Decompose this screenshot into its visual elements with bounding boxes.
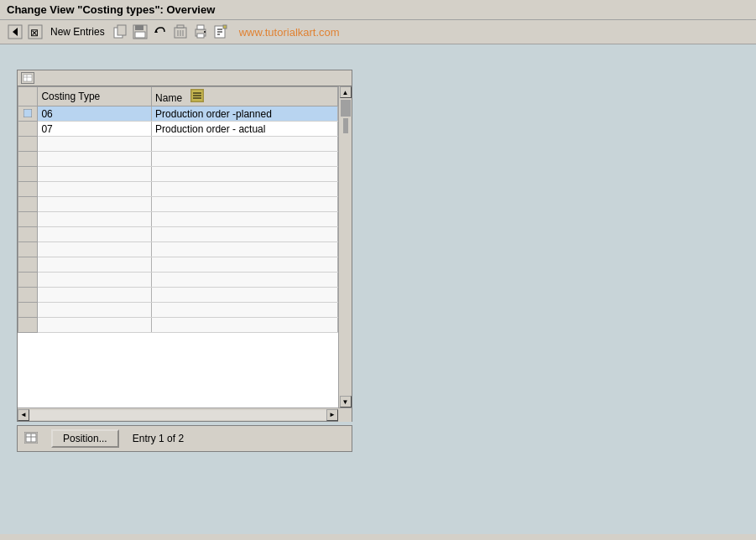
save-icon[interactable]: [132, 23, 149, 40]
name-cell[interactable]: [152, 152, 338, 167]
back-icon[interactable]: [7, 23, 23, 40]
bottom-bar: Position... Entry 1 of 2: [17, 425, 352, 452]
costing-type-cell[interactable]: [38, 257, 152, 273]
table-row[interactable]: [18, 212, 338, 227]
table-scroll-area: Costing Type Name: [18, 86, 352, 408]
row-selector[interactable]: [18, 242, 38, 257]
costing-type-cell[interactable]: [38, 137, 152, 152]
svg-rect-17: [197, 34, 204, 38]
costing-type-cell[interactable]: [38, 288, 152, 303]
costing-type-cell[interactable]: [38, 242, 152, 257]
find-icon[interactable]: [212, 23, 229, 40]
table-row[interactable]: [18, 182, 338, 197]
table-row[interactable]: [18, 303, 338, 318]
costing-type-cell[interactable]: 06: [38, 106, 152, 122]
name-cell[interactable]: [152, 167, 338, 182]
new-entries-label: New Entries: [50, 26, 105, 38]
costing-type-cell[interactable]: [38, 197, 152, 212]
costing-type-cell[interactable]: [38, 303, 152, 318]
copy-icon[interactable]: [112, 23, 128, 40]
row-selector[interactable]: [18, 167, 38, 182]
name-cell[interactable]: [152, 227, 338, 242]
svg-rect-11: [177, 25, 184, 28]
row-selector[interactable]: [18, 137, 38, 152]
print-icon[interactable]: [192, 23, 209, 40]
scroll-up-button[interactable]: ▲: [340, 86, 352, 98]
table-select-all-icon[interactable]: [21, 72, 34, 84]
toolbar: ⊠ New Entries: [0, 20, 756, 44]
costing-type-cell[interactable]: [38, 227, 152, 242]
costing-type-cell[interactable]: [38, 318, 152, 333]
row-selector[interactable]: [18, 318, 38, 333]
exit-icon[interactable]: ⊠: [27, 23, 44, 40]
name-cell[interactable]: [152, 137, 338, 152]
resize-icon[interactable]: [190, 89, 204, 102]
name-cell[interactable]: Production order - actual: [152, 122, 338, 137]
name-cell[interactable]: [152, 197, 338, 212]
scroll-right-button[interactable]: ►: [326, 409, 338, 421]
table-row[interactable]: 06Production order -planned: [18, 106, 338, 122]
table-row[interactable]: [18, 227, 338, 242]
horizontal-scroll-track[interactable]: [29, 410, 326, 420]
costing-type-cell[interactable]: 07: [38, 122, 152, 137]
table-row[interactable]: [18, 318, 338, 333]
name-cell[interactable]: [152, 318, 338, 333]
svg-rect-7: [135, 25, 143, 30]
position-button[interactable]: Position...: [51, 429, 119, 448]
name-cell[interactable]: [152, 257, 338, 273]
table-content: Costing Type Name: [18, 86, 338, 408]
costing-type-cell[interactable]: [38, 152, 152, 167]
name-cell[interactable]: [152, 242, 338, 257]
svg-rect-8: [135, 32, 145, 38]
row-selector[interactable]: [18, 182, 38, 197]
row-selector[interactable]: [18, 212, 38, 227]
row-selector[interactable]: [18, 197, 38, 212]
row-selector[interactable]: [18, 273, 38, 288]
undo-icon[interactable]: [152, 23, 169, 40]
data-table: Costing Type Name: [18, 86, 338, 333]
costing-type-header[interactable]: Costing Type: [38, 87, 152, 106]
name-cell[interactable]: [152, 182, 338, 197]
costing-type-cell[interactable]: [38, 212, 152, 227]
name-cell[interactable]: [152, 273, 338, 288]
horizontal-scrollbar[interactable]: ◄ ►: [18, 408, 352, 421]
title-text: Change View "Costing types": Overview: [7, 3, 215, 16]
costing-type-cell[interactable]: [38, 182, 152, 197]
scroll-thumb[interactable]: [341, 100, 351, 117]
name-cell[interactable]: [152, 212, 338, 227]
table-row[interactable]: 07Production order - actual: [18, 122, 338, 137]
row-selector[interactable]: [18, 106, 38, 122]
vertical-scrollbar[interactable]: ▲ ▼: [338, 86, 352, 408]
delete-icon[interactable]: [172, 23, 189, 40]
name-cell[interactable]: [152, 288, 338, 303]
table-row[interactable]: [18, 137, 338, 152]
scroll-left-button[interactable]: ◄: [18, 409, 29, 421]
table-row[interactable]: [18, 242, 338, 257]
row-selector[interactable]: [18, 122, 38, 137]
row-selector[interactable]: [18, 227, 38, 242]
costing-type-cell[interactable]: [38, 167, 152, 182]
table-row[interactable]: [18, 167, 338, 182]
svg-rect-26: [23, 75, 32, 81]
table-row[interactable]: [18, 152, 338, 167]
row-selector[interactable]: [18, 303, 38, 318]
row-selector[interactable]: [18, 152, 38, 167]
scroll-down-button[interactable]: ▼: [340, 396, 352, 408]
new-entries-button[interactable]: New Entries: [47, 24, 108, 39]
name-cell[interactable]: [152, 303, 338, 318]
svg-rect-24: [223, 25, 227, 29]
table-row[interactable]: [18, 257, 338, 273]
svg-marker-9: [154, 29, 158, 33]
name-cell[interactable]: Production order -planned: [152, 106, 338, 122]
table-row[interactable]: [18, 197, 338, 212]
name-header[interactable]: Name: [152, 87, 338, 106]
table-row[interactable]: [18, 288, 338, 303]
svg-rect-33: [23, 109, 32, 117]
row-selector[interactable]: [18, 257, 38, 273]
position-icon: [24, 432, 38, 446]
table-row[interactable]: [18, 273, 338, 288]
costing-type-cell[interactable]: [38, 273, 152, 288]
svg-text:⊠: ⊠: [30, 27, 39, 39]
row-selector[interactable]: [18, 288, 38, 303]
content-area: Costing Type Name: [0, 44, 756, 534]
